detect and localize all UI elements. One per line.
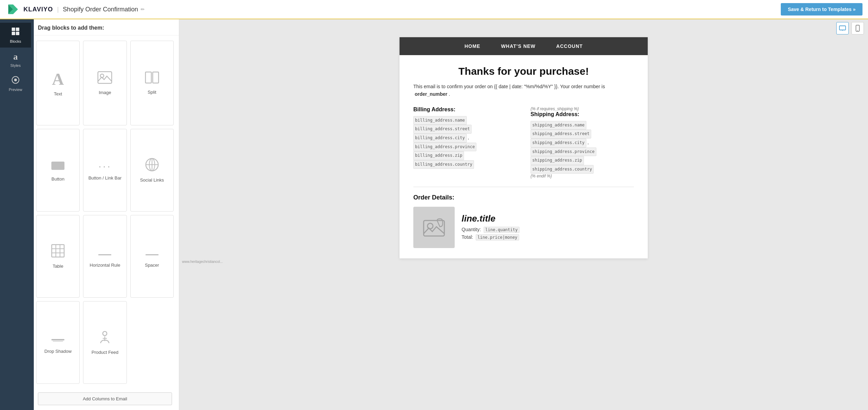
block-text[interactable]: A Text [36,41,80,125]
billing-address-lines: billing_address.name billing_address.str… [413,116,517,169]
klaviyo-brand-name: KLAVIYO [23,6,53,13]
billing-name: billing_address.name [413,116,467,125]
footer-url: www.heritagechristiancol... [179,258,868,265]
edit-title-icon[interactable]: ✏ [141,7,145,12]
title-separator: | [57,6,59,13]
block-image[interactable]: Image [83,41,127,125]
quantity-label: Quantity: [462,227,481,232]
billing-address-col: Billing Address: billing_address.name bi… [413,106,517,179]
preview-label: Preview [9,88,22,92]
svg-rect-3 [12,28,15,31]
billing-country: billing_address.country [413,160,474,169]
shipping-if-tag: {% if requires_shipping %} [531,106,634,111]
blocks-panel-header: Drag blocks to add them: [31,19,179,35]
svg-rect-23 [98,254,111,255]
drop-shadow-block-icon [51,331,65,346]
mobile-view-button[interactable] [851,22,864,34]
product-feed-block-label: Product Feed [91,350,118,355]
billing-province: billing_address.province [413,143,476,152]
top-bar-left: KLAVIYO | Shopify Order Confirmation ✏ [6,2,145,17]
block-button[interactable]: Button [36,129,80,212]
klaviyo-logo: KLAVIYO [6,2,53,17]
block-drop-shadow[interactable]: Drop Shadow [36,301,80,384]
blocks-label: Blocks [10,39,21,43]
styles-icon: a [13,52,18,62]
block-horizontal-rule[interactable]: Horizontal Rule [83,215,127,298]
order-details: Order Details: line.title [413,194,634,248]
block-spacer[interactable]: Spacer [130,215,174,298]
email-nav-home[interactable]: HOME [464,43,480,49]
order-quantity: Quantity: line.quantity [462,227,519,233]
block-table[interactable]: Table [36,215,80,298]
shipping-endif-tag: {% endif %} [531,174,634,178]
billing-city: billing_address.city [413,134,467,143]
split-block-icon [145,71,159,87]
email-nav-account[interactable]: ACCOUNT [556,43,583,49]
shipping-province: shipping_address.province [531,147,596,156]
text-block-icon: A [52,70,64,89]
spacer-block-label: Spacer [145,263,159,268]
email-nav-whats-new[interactable]: WHAT'S NEW [501,43,535,49]
order-info: line.title Quantity: line.quantity Total… [462,213,519,242]
total-label: Total: [462,234,473,240]
total-value: line.price|money [476,234,519,240]
email-preview: HOME WHAT'S NEW ACCOUNT Thanks for your … [400,37,648,258]
sidebar-item-preview[interactable]: Preview [0,72,31,96]
product-feed-block-icon [98,330,112,347]
shipping-name: shipping_address.name [531,121,586,130]
social-links-block-icon [145,158,159,175]
svg-point-27 [103,331,107,336]
sidebar-item-styles[interactable]: a Styles [0,48,31,72]
main-layout: Blocks a Styles Preview Drag blocks to a… [0,19,868,410]
billing-address-title: Billing Address: [413,106,517,113]
side-accent [31,19,34,410]
quantity-value: line.quantity [484,227,519,233]
table-block-label: Table [53,264,63,269]
svg-rect-18 [52,245,64,257]
svg-point-8 [14,79,17,81]
order-item: line.title Quantity: line.quantity Total… [413,207,634,248]
block-social-links[interactable]: Social Links [130,129,174,212]
block-split[interactable]: Split [130,41,174,125]
svg-rect-6 [16,32,19,35]
sidebar: Blocks a Styles Preview [0,19,31,410]
preview-toolbar [179,19,868,37]
svg-rect-11 [145,72,151,83]
order-details-title: Order Details: [413,194,634,201]
svg-rect-33 [424,221,444,236]
top-bar: KLAVIYO | Shopify Order Confirmation ✏ S… [0,0,868,19]
email-heading: Thanks for your purchase! [413,65,634,77]
address-section: Billing Address: billing_address.name bi… [413,106,634,179]
button-block-label: Button [51,176,64,182]
button-link-bar-block-label: Button / Link Bar [88,175,121,181]
add-columns-button[interactable]: Add Columns to Email [38,392,172,405]
blocks-grid: A Text Image [31,35,179,389]
button-block-icon [51,159,65,174]
shipping-country: shipping_address.country [531,165,594,174]
shipping-zip: shipping_address.zip [531,156,584,165]
billing-zip: billing_address.zip [413,151,464,160]
svg-rect-25 [51,339,64,340]
svg-rect-9 [98,72,112,83]
preview-icon [11,76,20,86]
save-return-button[interactable]: Save & Return to Templates » [781,3,862,16]
image-block-icon [97,71,112,87]
klaviyo-logo-icon [6,2,21,17]
text-block-label: Text [54,91,62,96]
shipping-city: shipping_address.city [531,139,586,147]
desktop-view-button[interactable] [836,22,849,34]
block-button-link-bar[interactable]: ··· Button / Link Bar [83,129,127,212]
svg-rect-5 [12,32,15,35]
shipping-address-col: {% if requires_shipping %} Shipping Addr… [531,106,634,179]
block-product-feed[interactable]: Product Feed [83,301,127,384]
svg-rect-24 [145,254,159,255]
email-body: Thanks for your purchase! This email is … [400,55,648,258]
template-title: Shopify Order Confirmation ✏ [63,6,145,13]
sidebar-item-blocks[interactable]: Blocks [0,23,31,48]
order-total: Total: line.price|money [462,234,519,240]
order-item-image [413,207,455,248]
shipping-address-lines: shipping_address.name shipping_address.s… [531,121,634,174]
shipping-street: shipping_address.street [531,130,591,139]
spacer-block-icon [145,245,159,260]
svg-rect-4 [16,28,19,31]
